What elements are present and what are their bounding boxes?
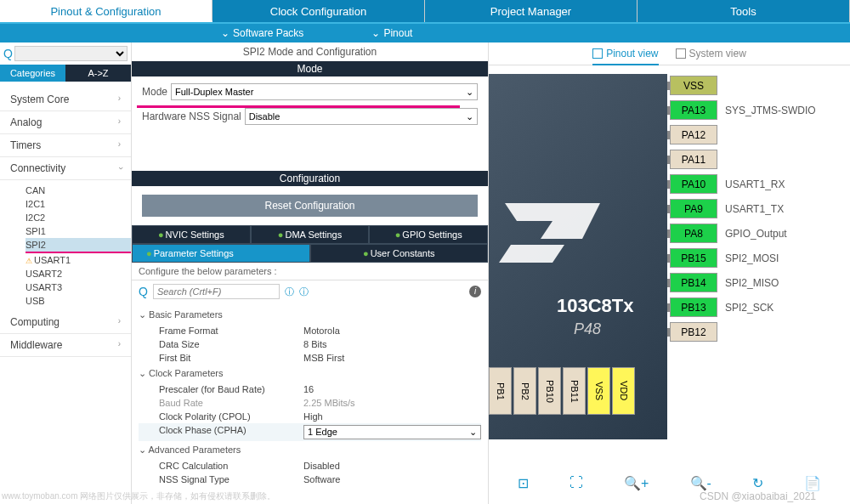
- pin-label: SPI2_MISO: [725, 277, 779, 289]
- param-value-select[interactable]: 1 Edge⌄: [303, 425, 481, 439]
- fullscreen-icon[interactable]: ⛶: [570, 475, 583, 491]
- list-icon: [676, 48, 686, 59]
- peripheral-usart2[interactable]: USART2: [26, 267, 131, 280]
- chevron-icon: ›: [118, 316, 121, 328]
- pin-pa10[interactable]: PA10: [670, 174, 717, 194]
- chevron-icon: ›: [118, 116, 121, 128]
- pin-pa12[interactable]: PA12: [670, 125, 717, 144]
- pin-pa13[interactable]: PA13: [670, 100, 717, 120]
- pin-pa8[interactable]: PA8: [670, 224, 717, 243]
- chevron-down-icon: ⌄: [221, 27, 230, 39]
- param-name: Baud Rate: [159, 398, 303, 408]
- pin-pb2[interactable]: PB2: [513, 367, 536, 415]
- pin-pa11[interactable]: PA11: [670, 150, 717, 169]
- fit-view-icon[interactable]: ⊡: [518, 475, 529, 491]
- tab-clock-config[interactable]: Clock Configuration: [212, 0, 425, 22]
- rotate-icon[interactable]: ↻: [752, 475, 763, 491]
- pin-pb10[interactable]: PB10: [538, 367, 561, 415]
- peripheral-spi1[interactable]: SPI1: [26, 224, 131, 238]
- tab-nvic-settings[interactable]: ●NVIC Settings: [132, 225, 251, 244]
- expand-icon[interactable]: ⓘ: [299, 286, 309, 298]
- chip-icon: [592, 48, 603, 59]
- mode-section-header: Mode: [132, 61, 488, 76]
- pin-pb1[interactable]: PB1: [489, 367, 512, 415]
- chevron-icon: ›: [113, 167, 125, 169]
- param-name: Frame Format: [159, 326, 303, 336]
- param-row[interactable]: Prescaler (for Baud Rate)16: [139, 382, 481, 396]
- param-value: Disabled: [303, 461, 340, 471]
- zoom-in-icon[interactable]: 🔍+: [624, 475, 649, 491]
- param-row[interactable]: Clock Phase (CPHA)1 Edge⌄: [139, 423, 481, 441]
- tab-pinout-config[interactable]: Pinout & Configuration: [0, 0, 212, 22]
- param-group-advanced-parameters[interactable]: Advanced Parameters: [139, 441, 481, 459]
- pin-label: SPI2_MOSI: [725, 252, 779, 264]
- chevron-down-icon: ⌄: [466, 111, 473, 122]
- pin-label: USART1_RX: [725, 178, 785, 190]
- pin-label: SYS_JTMS-SWDIO: [725, 105, 816, 116]
- chevron-icon: ›: [118, 339, 121, 351]
- tab-tools[interactable]: Tools: [638, 0, 850, 22]
- pin-label: SPI2_SCK: [725, 302, 774, 314]
- param-group-clock-parameters[interactable]: Clock Parameters: [139, 365, 481, 382]
- tab-dma-settings[interactable]: ●DMA Settings: [251, 225, 370, 244]
- mode-select[interactable]: Full-Duplex Master⌄: [171, 83, 478, 100]
- param-value: Software: [303, 474, 340, 484]
- peripheral-search[interactable]: [14, 46, 128, 61]
- tab-parameter-settings[interactable]: ●Parameter Settings: [132, 244, 310, 263]
- param-row[interactable]: NSS Signal TypeSoftware: [139, 473, 481, 486]
- param-row[interactable]: Baud Rate2.25 MBits/s: [139, 396, 481, 410]
- tab-gpio-settings[interactable]: ●GPIO Settings: [369, 225, 488, 244]
- peripheral-usart1[interactable]: USART1: [26, 253, 131, 267]
- export-icon[interactable]: 📄: [804, 475, 821, 491]
- menu-pinout[interactable]: ⌄Pinout: [371, 27, 412, 39]
- config-section-header: Configuration: [132, 171, 488, 186]
- tab-a-z[interactable]: A->Z: [65, 65, 131, 82]
- category-connectivity[interactable]: Connectivity›: [0, 157, 131, 180]
- pin-pb12[interactable]: PB12: [670, 322, 717, 342]
- param-row[interactable]: First BitMSB First: [139, 351, 481, 365]
- nss-select[interactable]: Disable⌄: [245, 108, 478, 125]
- param-value: 8 Bits: [303, 339, 327, 349]
- category-computing[interactable]: Computing›: [0, 311, 131, 334]
- pin-pb14[interactable]: PB14: [670, 273, 717, 292]
- peripheral-can[interactable]: CAN: [26, 184, 131, 197]
- pin-vss[interactable]: VSS: [587, 367, 610, 415]
- pin-vss[interactable]: VSS: [670, 76, 717, 95]
- peripheral-usart3[interactable]: USART3: [26, 280, 131, 294]
- peripheral-i2c1[interactable]: I2C1: [26, 197, 131, 211]
- category-middleware[interactable]: Middleware›: [0, 334, 131, 357]
- pin-pb13[interactable]: PB13: [670, 297, 717, 317]
- tab-system-view[interactable]: System view: [676, 48, 746, 59]
- param-group-basic-parameters[interactable]: Basic Parameters: [139, 306, 481, 324]
- param-row[interactable]: CRC CalculationDisabled: [139, 459, 481, 473]
- param-row[interactable]: Clock Polarity (CPOL)High: [139, 410, 481, 423]
- search-icon: Q: [139, 285, 148, 298]
- info-icon[interactable]: i: [469, 286, 481, 297]
- param-row[interactable]: Frame FormatMotorola: [139, 324, 481, 337]
- zoom-out-icon[interactable]: 🔍-: [690, 475, 711, 491]
- category-analog[interactable]: Analog›: [0, 111, 131, 134]
- pin-pb11[interactable]: PB11: [563, 367, 586, 415]
- search-icon: Q: [3, 47, 13, 60]
- param-row[interactable]: Data Size8 Bits: [139, 337, 481, 351]
- check-icon: ●: [363, 248, 369, 258]
- pin-pa9[interactable]: PA9: [670, 199, 717, 218]
- pin-vdd[interactable]: VDD: [612, 367, 635, 415]
- menu-software-packs[interactable]: ⌄Software Packs: [221, 27, 303, 39]
- chip-package: P48: [574, 320, 601, 338]
- category-timers[interactable]: Timers›: [0, 134, 131, 157]
- category-system-core[interactable]: System Core›: [0, 88, 131, 111]
- check-icon: ●: [158, 229, 164, 240]
- tab-pinout-view[interactable]: Pinout view: [592, 48, 658, 59]
- tab-categories[interactable]: Categories: [0, 65, 65, 82]
- peripheral-i2c2[interactable]: I2C2: [26, 211, 131, 224]
- tab-project-manager[interactable]: Project Manager: [425, 0, 638, 22]
- param-name: Clock Phase (CPHA): [159, 425, 303, 439]
- tab-user-constants[interactable]: ●User Constants: [310, 244, 489, 263]
- pin-pb15[interactable]: PB15: [670, 248, 717, 268]
- peripheral-spi2[interactable]: SPI2: [26, 238, 131, 253]
- peripheral-usb[interactable]: USB: [26, 294, 131, 308]
- collapse-icon[interactable]: ⓘ: [285, 286, 294, 298]
- reset-config-button[interactable]: Reset Configuration: [142, 195, 478, 217]
- param-search-input[interactable]: [153, 284, 280, 299]
